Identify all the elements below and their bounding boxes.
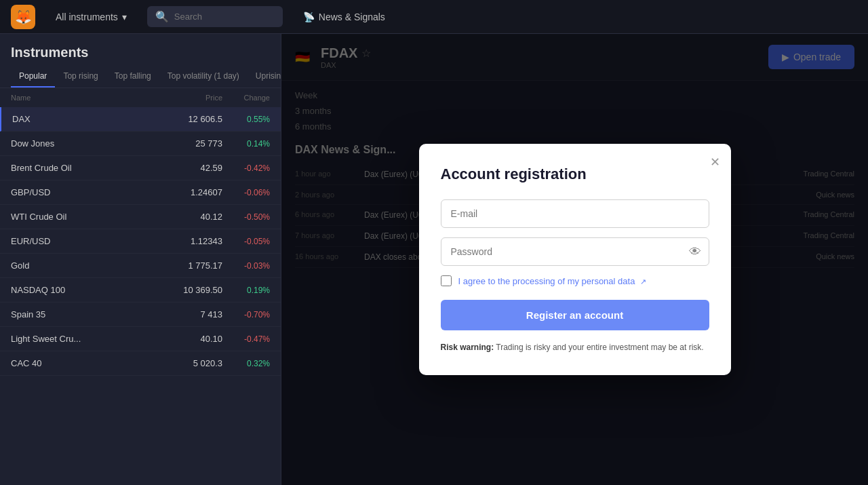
tab-top-falling[interactable]: Top falling [106,66,159,88]
register-account-button[interactable]: Register an account [441,300,709,330]
tab-popular[interactable]: Popular [11,66,55,88]
table-header: Name Price Change [0,88,281,107]
risk-warning-text: Trading is risky and your entire investm… [496,343,703,352]
tab-top-rising[interactable]: Top rising [55,66,106,88]
password-wrap: 👁 [441,237,709,266]
instrument-row[interactable]: DAX 12 606.5 0.55% [0,107,281,132]
modal-close-button[interactable]: ✕ [710,155,720,170]
instrument-row[interactable]: Brent Crude Oil 42.59 -0.42% [0,156,281,180]
search-bar: 🔍 [147,6,283,27]
instruments-title: Instruments [0,34,281,66]
instrument-row[interactable]: Gold 1 775.17 -0.03% [0,254,281,278]
tab-top-volatility[interactable]: Top volatility (1 day) [159,66,248,88]
external-link-icon: ↗ [640,277,646,286]
signals-icon: 📡 [303,12,315,22]
modal-title: Account registration [441,166,709,183]
instrument-row[interactable]: EUR/USD 1.12343 -0.05% [0,229,281,254]
search-input[interactable] [174,12,262,22]
instrument-row[interactable]: Dow Jones 25 773 0.14% [0,132,281,156]
instrument-row[interactable]: Spain 35 7 413 -0.70% [0,303,281,327]
all-instruments-button[interactable]: All instruments ▾ [49,7,134,26]
logo-icon: 🦊 [11,5,35,29]
tabs-row: Popular Top rising Top falling Top volat… [0,66,281,88]
instrument-row[interactable]: NASDAQ 100 10 369.50 0.19% [0,278,281,303]
email-field[interactable] [441,199,709,228]
instrument-row[interactable]: Light Sweet Cru... 40.10 -0.47% [0,327,281,351]
instrument-row[interactable]: CAC 40 5 020.3 0.32% [0,351,281,376]
instrument-row[interactable]: WTI Crude Oil 40.12 -0.50% [0,205,281,229]
risk-warning-bold: Risk warning: [441,343,494,352]
right-panel: 🇩🇪 FDAX ☆ DAX ▶ Open trade Week 3 months… [281,34,868,485]
password-field[interactable] [441,237,709,266]
left-panel: Instruments Popular Top rising Top falli… [0,34,281,485]
agree-label: I agree to the processing of my personal… [458,276,646,286]
toggle-password-icon[interactable]: 👁 [689,245,701,259]
top-nav: 🦊 All instruments ▾ 🔍 📡 News & Signals [0,0,868,34]
search-icon: 🔍 [155,10,169,23]
agree-checkbox[interactable] [441,275,452,286]
tab-uprising-trend[interactable]: Uprising trend 30d [248,66,281,88]
news-signals-button[interactable]: 📡 News & Signals [296,7,392,26]
modal-overlay: ✕ Account registration 👁 I agree to the … [281,34,868,485]
chevron-down-icon: ▾ [122,12,127,22]
risk-warning: Risk warning: Trading is risky and your … [441,341,709,353]
account-registration-modal: ✕ Account registration 👁 I agree to the … [419,144,731,375]
instrument-row[interactable]: GBP/USD 1.24607 -0.06% [0,180,281,205]
checkbox-row: I agree to the processing of my personal… [441,275,709,286]
